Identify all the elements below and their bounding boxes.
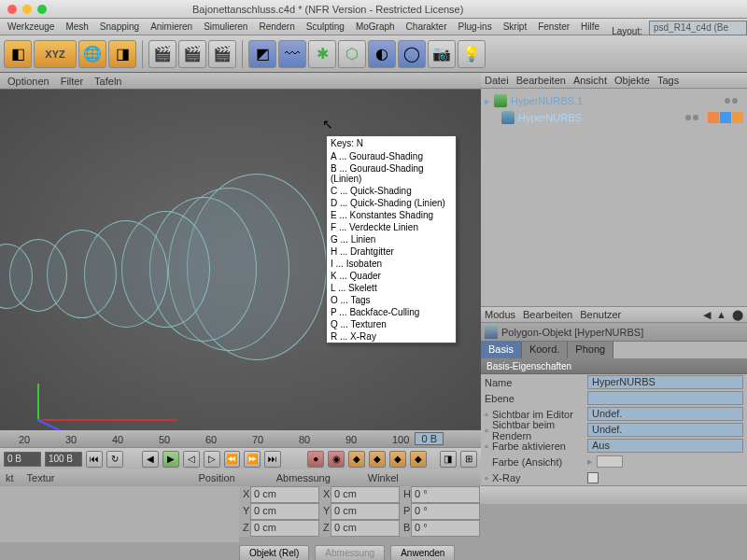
menu-simulieren[interactable]: Simulieren: [204, 21, 247, 32]
usecolor-select[interactable]: Aus: [587, 439, 743, 453]
camera-icon[interactable]: 📷: [428, 40, 456, 68]
dim-z-field[interactable]: 0 cm: [331, 520, 400, 537]
popup-item-o[interactable]: O ... Tags: [327, 294, 456, 306]
ct-textur[interactable]: Textur: [27, 472, 55, 483]
attr-lock-icon[interactable]: ⬤: [732, 309, 743, 321]
object-manager[interactable]: ▸ HyperNURBS.1 HyperNURBS: [481, 89, 747, 306]
misc1-icon[interactable]: ◨: [440, 451, 457, 468]
light-icon[interactable]: 💡: [458, 40, 486, 68]
menu-hilfe[interactable]: Hilfe: [581, 21, 599, 32]
menu-fenster[interactable]: Fenster: [538, 21, 570, 32]
om-datei[interactable]: Datei: [485, 75, 509, 86]
layer-field[interactable]: [587, 391, 743, 405]
menu-rendern[interactable]: Rendern: [259, 21, 294, 32]
tab-koord[interactable]: Koord.: [522, 342, 568, 358]
goto-start-icon[interactable]: ⏮: [86, 451, 103, 468]
attr-bearbeiten[interactable]: Bearbeiten: [523, 309, 572, 320]
globe-icon[interactable]: 🌐: [78, 40, 106, 68]
menu-skript[interactable]: Skript: [503, 21, 528, 32]
tab-phong[interactable]: Phong: [568, 342, 613, 358]
apply-button[interactable]: Anwenden: [390, 545, 455, 561]
popup-item-l[interactable]: L ... Skelett: [327, 282, 456, 294]
popup-item-c[interactable]: C ... Quick-Shading: [327, 185, 456, 197]
vis-editor-select[interactable]: Undef.: [587, 407, 743, 421]
rot-b-field[interactable]: 0 °: [411, 520, 480, 537]
ct-kt[interactable]: kt: [6, 472, 14, 483]
tag3-icon[interactable]: [732, 112, 743, 123]
vtab-optionen[interactable]: Optionen: [7, 76, 49, 87]
tag2-icon[interactable]: [720, 112, 731, 123]
render-region-icon[interactable]: 🎬: [178, 40, 206, 68]
om-objekte[interactable]: Objekte: [614, 75, 650, 86]
popup-item-d[interactable]: D ... Quick-Shading (Linien): [327, 197, 456, 209]
xyz-button[interactable]: XYZ: [34, 40, 77, 68]
frame-fwd-icon[interactable]: ▷: [204, 451, 220, 468]
key-par-icon[interactable]: ◆: [410, 451, 427, 468]
dim-y-field[interactable]: 0 cm: [331, 503, 400, 520]
om-item-hypernurbs[interactable]: HyperNURBS: [485, 109, 743, 126]
array-icon[interactable]: ⬡: [338, 40, 366, 68]
nurbs-icon[interactable]: ✱: [308, 40, 336, 68]
autokey-icon[interactable]: ◉: [328, 451, 345, 468]
menu-animieren[interactable]: Animieren: [150, 21, 192, 32]
goto-end-icon[interactable]: ⏭: [264, 451, 281, 468]
frame-back-icon[interactable]: ◁: [183, 451, 200, 468]
om-tags[interactable]: Tags: [657, 75, 679, 86]
attr-back-icon[interactable]: ◀: [703, 309, 711, 321]
displaycolor-swatch[interactable]: [597, 455, 623, 468]
om-ansicht[interactable]: Ansicht: [573, 75, 607, 86]
render-settings-icon[interactable]: 🎬: [208, 40, 236, 68]
coord-dim-select[interactable]: Abmessung: [315, 545, 385, 561]
menu-werkzeuge[interactable]: Werkzeuge: [7, 21, 54, 32]
key-rot-icon[interactable]: ◆: [369, 451, 386, 468]
popup-item-p[interactable]: P ... Backface-Culling: [327, 306, 456, 318]
name-field[interactable]: HyperNURBS: [587, 375, 743, 389]
popup-item-a[interactable]: A ... Gouraud-Shading: [327, 150, 456, 162]
attr-modus[interactable]: Modus: [485, 309, 515, 320]
record-icon[interactable]: ●: [307, 451, 324, 468]
vtab-filter[interactable]: Filter: [61, 76, 83, 87]
coord-mode-select[interactable]: Objekt (Rel): [239, 545, 309, 561]
vis-render-select[interactable]: Undef.: [587, 423, 743, 437]
attr-benutzer[interactable]: Benutzer: [580, 309, 621, 320]
popup-item-e[interactable]: E ... Konstantes Shading: [327, 209, 456, 221]
env-icon[interactable]: ◯: [398, 40, 426, 68]
popup-item-h[interactable]: H ... Drahtgitter: [327, 245, 456, 258]
rot-p-field[interactable]: 0 °: [411, 503, 480, 520]
timeline-ruler[interactable]: 20 30 40 50 60 70 80 90 100 0 B: [0, 430, 481, 447]
popup-item-k[interactable]: K ... Quader: [327, 270, 456, 282]
misc2-icon[interactable]: ⊞: [460, 451, 477, 468]
popup-item-r[interactable]: R ... X-Ray: [327, 330, 456, 343]
spline-icon[interactable]: 〰: [278, 40, 306, 68]
xray-checkbox[interactable]: [587, 472, 599, 483]
key-pos-icon[interactable]: ◆: [348, 451, 365, 468]
minimize-icon[interactable]: [22, 5, 32, 14]
pos-x-field[interactable]: 0 cm: [250, 486, 319, 503]
tab-basis[interactable]: Basis: [481, 342, 522, 358]
goto-key-back-icon[interactable]: ⏪: [224, 451, 241, 468]
popup-item-i[interactable]: I ... Isobaten: [327, 258, 456, 270]
layout-select[interactable]: psd_R14_c4d (Be: [649, 21, 747, 35]
play-icon[interactable]: ▶: [162, 451, 179, 468]
popup-item-q[interactable]: Q ... Texturen: [327, 318, 456, 330]
tag1-icon[interactable]: [708, 112, 719, 123]
start-frame-field[interactable]: 0 B: [4, 452, 41, 467]
popup-item-f[interactable]: F ... Verdeckte Linien: [327, 221, 456, 233]
expand-icon[interactable]: ▸: [485, 95, 490, 107]
menu-mesh[interactable]: Mesh: [65, 21, 88, 32]
popup-item-b[interactable]: B ... Gouraud-Shading (Linien): [327, 162, 456, 185]
end-frame-field[interactable]: 100 B: [45, 452, 82, 467]
pos-y-field[interactable]: 0 cm: [250, 503, 319, 520]
menu-plugins[interactable]: Plug-ins: [458, 21, 492, 32]
render-icon[interactable]: 🎬: [148, 40, 176, 68]
cube-icon[interactable]: ◩: [248, 40, 276, 68]
vtab-tafeln[interactable]: Tafeln: [94, 76, 121, 87]
menu-sculpting[interactable]: Sculpting: [306, 21, 345, 32]
popup-item-g[interactable]: G ... Linien: [327, 233, 456, 245]
rot-h-field[interactable]: 0 °: [411, 486, 480, 503]
goto-key-fwd-icon[interactable]: ⏩: [244, 451, 261, 468]
launcher-icon[interactable]: ◧: [4, 40, 32, 68]
menu-charakter[interactable]: Charakter: [406, 21, 447, 32]
om-bearbeiten[interactable]: Bearbeiten: [516, 75, 566, 86]
close-icon[interactable]: [7, 5, 17, 14]
